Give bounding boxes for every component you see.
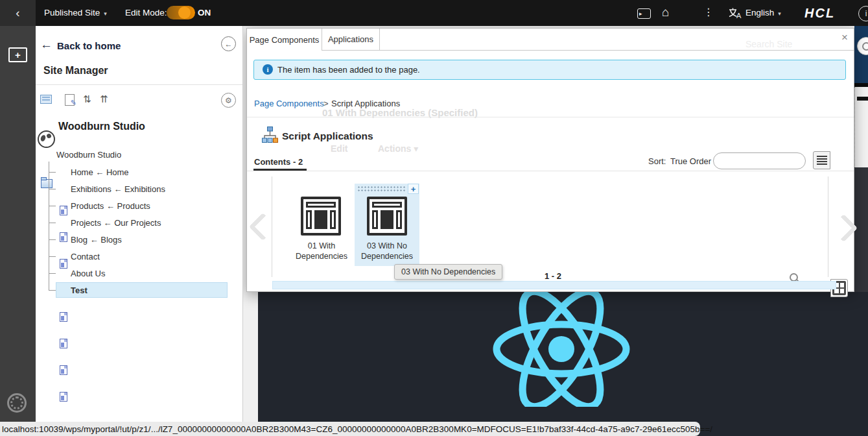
tree-tick [49, 273, 56, 274]
expand-all-icon[interactable]: ⇅ [83, 93, 91, 105]
page-icon [60, 259, 67, 269]
site-section-title: Woodburn Studio [58, 121, 145, 132]
chevron-down-icon: ▾ [104, 10, 107, 17]
breadcrumb-current: Script Applications [331, 99, 400, 108]
page-icon [60, 339, 67, 348]
tree-tick [49, 223, 56, 223]
tree-tick [49, 206, 56, 206]
tree-item-products[interactable]: Products ← Products [71, 201, 150, 211]
home-icon[interactable]: ⌂ [662, 5, 669, 19]
site-globe-icon [38, 130, 55, 148]
react-logo [488, 291, 635, 407]
tree-root[interactable]: Woodburn Studio [56, 150, 121, 160]
tree-tick [49, 256, 56, 257]
tree-connector [49, 162, 49, 290]
language-menu[interactable]: English▾ [745, 0, 781, 27]
tree-item-contact[interactable]: Contact [71, 252, 100, 261]
tab-row-border [247, 50, 854, 51]
script-applications-icon [261, 126, 279, 143]
tree-tick [49, 189, 56, 189]
hcl-logo: HCL [804, 6, 835, 21]
root-folder-icon [41, 179, 53, 188]
page-icon [60, 365, 67, 375]
tree-item-projects[interactable]: Projects ← Our Projects [71, 218, 161, 228]
page-icon [60, 392, 67, 402]
tree-tick [49, 172, 56, 173]
sort-dropdown[interactable]: True Order▾ [670, 156, 718, 166]
back-to-home-link[interactable]: Back to home [57, 40, 121, 51]
toggle-state-label: ON [198, 0, 211, 26]
tree-item-home[interactable]: Home ← Home [71, 167, 129, 177]
carousel-scrollbar[interactable] [272, 281, 836, 289]
list-view-icon [817, 156, 827, 165]
svg-text:A: A [736, 12, 742, 19]
screen: ‹ Published Site▾ Edit Mode: ON ▸ ⌂ ⋮ A … [0, 0, 868, 436]
dialog-heading: Script Applications [282, 130, 373, 142]
page-widget-bar [857, 97, 868, 101]
page-icon [60, 206, 67, 215]
tree-item-exhibitions[interactable]: Exhibitions ← Exhibitions [71, 184, 165, 194]
open-applications-icon[interactable]: ▸ [637, 8, 651, 19]
language-icon: A [729, 7, 743, 19]
component-thumbnail[interactable] [301, 197, 341, 236]
edit-mode-toggle[interactable] [167, 6, 195, 19]
toggle-knob [178, 6, 191, 19]
add-to-page-icon[interactable]: + [8, 47, 27, 62]
page-icon [60, 312, 67, 322]
tree-tick [49, 239, 56, 240]
card-label: 01 WithDependencies [289, 241, 354, 261]
ghost-actions: Actions ▾ [378, 143, 418, 154]
tooltip: 03 With No Dependencies [394, 264, 502, 280]
search-icon [862, 42, 868, 51]
breadcrumb-parent[interactable]: Page Components [254, 99, 324, 108]
search-input[interactable] [713, 152, 806, 169]
tree-item-test[interactable]: Test [71, 285, 88, 295]
breadcrumb-separator: > [323, 99, 329, 108]
drag-handle-dots[interactable] [357, 186, 405, 192]
divider [247, 117, 854, 117]
tab-applications[interactable]: Applications [322, 29, 380, 50]
carousel-right-edge [828, 176, 828, 277]
published-site-menu[interactable]: Published Site▾ [44, 0, 107, 27]
banner-message: The item has been added to the page. [277, 65, 420, 75]
tree-item-blog[interactable]: Blog ← Blogs [71, 235, 122, 245]
close-icon[interactable]: × [841, 31, 848, 44]
component-thumbnail[interactable] [367, 197, 407, 236]
pagination-label: 1 - 2 [545, 271, 561, 281]
list-view-button[interactable] [813, 151, 830, 169]
ghost-edit: Edit [331, 143, 347, 154]
banner-info-icon: i [263, 64, 273, 75]
edit-page-icon[interactable]: ✎ [65, 94, 75, 106]
back-arrow-icon: ← [40, 38, 53, 52]
edit-mode-label: Edit Mode: [125, 0, 167, 26]
subtab-line [247, 171, 854, 171]
help-ring-icon[interactable] [7, 393, 27, 413]
panel-title: Site Manager [43, 65, 108, 77]
page-content-sliver [854, 167, 868, 292]
tab-page-components[interactable]: Page Components [247, 29, 322, 51]
status-url-bar: localhost:10039/wps/myportal/!ut/p/z1/..… [0, 422, 700, 436]
sort-label: Sort: [648, 156, 666, 166]
page-icon [60, 232, 67, 242]
collapse-panel-button[interactable]: ← [221, 36, 236, 51]
toolbar-back-button[interactable]: ‹ [0, 0, 36, 26]
ghost-search-site: Search Site [745, 39, 792, 49]
contents-tab[interactable]: Contents - 2 [254, 157, 303, 167]
contents-tab-underline [253, 169, 307, 171]
left-rail [0, 26, 36, 422]
collapse-all-icon[interactable]: ⇈ [100, 93, 108, 105]
tree-item-about[interactable]: About Us [71, 269, 105, 278]
tree-tick [49, 290, 56, 291]
add-component-button[interactable]: + [408, 184, 419, 194]
settings-gear-icon[interactable]: ⚙ [221, 93, 236, 108]
chevron-down-icon: ▾ [778, 10, 781, 17]
divider [36, 84, 242, 85]
new-page-icon[interactable] [40, 95, 52, 104]
status-url: localhost:10039/wps/myportal/!ut/p/z1/..… [0, 424, 712, 434]
card-label: 03 With NoDependencies [355, 241, 419, 261]
more-options-icon[interactable]: ⋮ [703, 6, 714, 18]
